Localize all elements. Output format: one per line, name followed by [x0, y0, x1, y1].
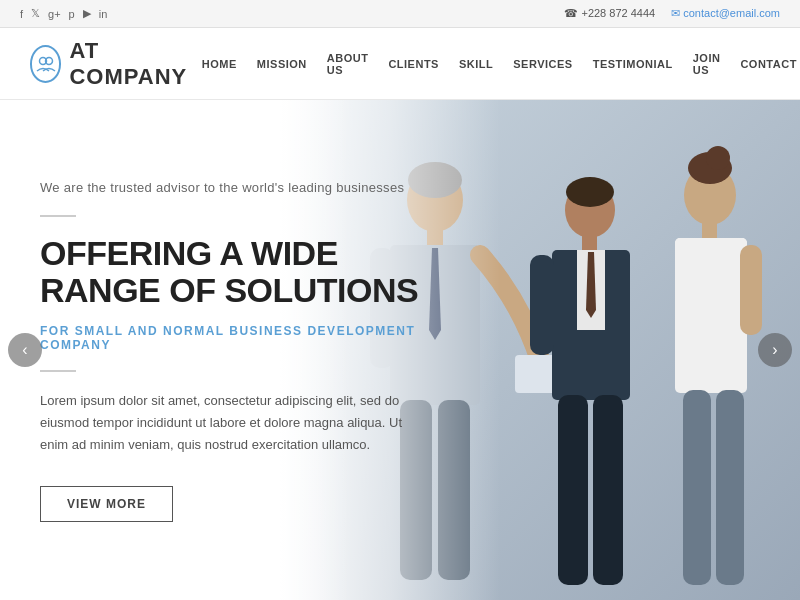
- svg-point-13: [566, 177, 614, 207]
- social-facebook[interactable]: f: [20, 8, 23, 20]
- nav-testimonial[interactable]: TESTIMONIAL: [585, 52, 681, 76]
- hero-section: We are the trusted advisor to the world'…: [0, 100, 800, 600]
- phone-text: +228 872 4444: [581, 7, 655, 19]
- logo-icon: [30, 45, 61, 83]
- svg-rect-28: [740, 245, 762, 335]
- hero-body-text: Lorem ipsum dolor sit amet, consectetur …: [40, 390, 420, 456]
- nav-home[interactable]: HOME: [194, 52, 245, 76]
- hero-title: OFFERING A WIDE RANGE OF SOLUTIONS: [40, 235, 460, 310]
- main-nav: HOME MISSION ABOUT US CLIENTS SKILL SERV…: [194, 46, 800, 82]
- nav-services[interactable]: SERVICES: [505, 52, 580, 76]
- carousel-arrow-left[interactable]: ‹: [8, 333, 42, 367]
- social-youtube[interactable]: ▶: [83, 7, 91, 20]
- svg-rect-26: [675, 238, 690, 278]
- email-icon: ✉: [671, 7, 680, 19]
- hero-cta-button[interactable]: VIEW MORE: [40, 486, 173, 522]
- svg-rect-18: [530, 255, 554, 355]
- nav-mission[interactable]: MISSION: [249, 52, 315, 76]
- svg-rect-19: [558, 395, 588, 585]
- email-link[interactable]: ✉ contact@email.com: [671, 7, 780, 20]
- logo-text: AT COMPANY: [69, 38, 193, 90]
- nav-join[interactable]: JOIN US: [685, 46, 729, 82]
- svg-point-23: [706, 146, 730, 170]
- hero-content: We are the trusted advisor to the world'…: [40, 180, 460, 522]
- carousel-arrow-right[interactable]: ›: [758, 333, 792, 367]
- hero-subtitle: We are the trusted advisor to the world'…: [40, 180, 460, 195]
- hero-divider2: [40, 370, 76, 372]
- phone-icon: ☎: [564, 7, 578, 19]
- nav-contact[interactable]: CONTACT: [732, 52, 800, 76]
- social-pinterest[interactable]: p: [69, 8, 75, 20]
- top-bar: f 𝕏 g+ p ▶ in ☎ +228 872 4444 ✉ contact@…: [0, 0, 800, 28]
- nav-about[interactable]: ABOUT US: [319, 46, 377, 82]
- nav-skill[interactable]: SKILL: [451, 52, 501, 76]
- logo[interactable]: AT COMPANY: [30, 38, 194, 90]
- social-twitter[interactable]: 𝕏: [31, 7, 40, 20]
- social-icons: f 𝕏 g+ p ▶ in: [20, 7, 107, 20]
- svg-rect-29: [683, 390, 711, 585]
- header: AT COMPANY HOME MISSION ABOUT US CLIENTS…: [0, 28, 800, 100]
- phone-number: ☎ +228 872 4444: [564, 7, 655, 20]
- nav-clients[interactable]: CLIENTS: [380, 52, 447, 76]
- social-linkedin[interactable]: in: [99, 8, 108, 20]
- email-text: contact@email.com: [683, 7, 780, 19]
- hero-tagline: FOR SMALL AND NORMAL BUSINESS DEVELOPMEN…: [40, 324, 460, 352]
- chevron-left-icon: ‹: [22, 341, 27, 359]
- contact-info: ☎ +228 872 4444 ✉ contact@email.com: [564, 7, 780, 20]
- svg-rect-20: [593, 395, 623, 585]
- svg-rect-30: [716, 390, 744, 585]
- hero-divider: [40, 215, 76, 217]
- chevron-right-icon: ›: [772, 341, 777, 359]
- svg-rect-24: [702, 222, 717, 240]
- social-google[interactable]: g+: [48, 8, 61, 20]
